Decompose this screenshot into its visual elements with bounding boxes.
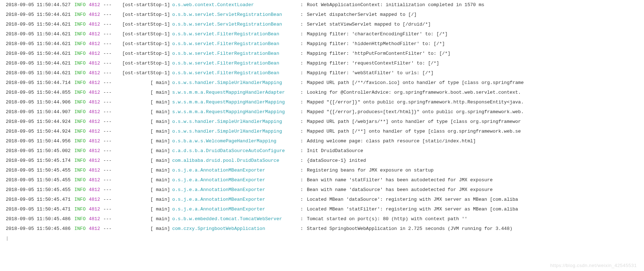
log-line: 2018-09-05 11:50:44.924INFO4812---[ main… [0,117,644,126]
log-line: 2018-09-05 11:50:45.002INFO4812---[ main… [0,146,644,156]
log-line: 2018-09-05 11:50:44.527INFO4812---[ost-s… [0,0,644,10]
log-pid: 4812 [89,136,103,146]
log-separator: --- [103,224,116,234]
log-level: INFO [74,49,89,58]
log-thread: [ost-startStop-1] [116,29,170,39]
log-level: INFO [74,204,89,214]
log-message: Bean with name 'dataSource' has been aut… [307,185,644,195]
log-pid: 4812 [89,224,103,234]
log-colon: : [300,146,307,156]
log-separator: --- [103,0,116,10]
log-message: Started SpringbootWebApplication in 2.72… [307,224,644,234]
log-message: Mapped URL path [/**/favicon.ico] onto h… [307,78,644,88]
log-pid: 4812 [89,19,103,29]
log-line: 2018-09-05 11:50:44.621INFO4812---[ost-s… [0,68,644,78]
log-thread: [ main] [116,185,170,195]
log-timestamp: 2018-09-05 11:50:45.455 [0,185,74,195]
log-level: INFO [74,0,89,10]
log-thread: [ main] [116,175,170,185]
log-level: INFO [74,136,89,146]
log-logger: o.s.j.e.a.AnnotationMBeanExporter [170,204,300,214]
log-pid: 4812 [89,195,103,204]
log-pid: 4812 [89,204,103,214]
console-log-output[interactable]: 2018-09-05 11:50:44.527INFO4812---[ost-s… [0,0,644,234]
log-separator: --- [103,136,116,146]
log-colon: : [300,214,307,224]
log-colon: : [300,39,307,49]
log-message: Mapped "{[/error],produces=[text/html]}"… [307,107,644,117]
log-logger: o.s.j.e.a.AnnotationMBeanExporter [170,195,300,204]
log-line: 2018-09-05 11:50:45.455INFO4812---[ main… [0,185,644,195]
log-level: INFO [74,97,89,107]
log-line: 2018-09-05 11:50:44.621INFO4812---[ost-s… [0,10,644,19]
log-pid: 4812 [89,97,103,107]
log-colon: : [300,117,307,126]
log-line: 2018-09-05 11:50:44.621INFO4812---[ost-s… [0,19,644,29]
log-message: Adding welcome page: class path resource… [307,136,644,146]
log-separator: --- [103,204,116,214]
log-message: Located MBean 'dataSource': registering … [307,195,644,204]
log-pid: 4812 [89,10,103,19]
log-timestamp: 2018-09-05 11:50:45.002 [0,146,74,156]
log-separator: --- [103,68,116,78]
log-pid: 4812 [89,156,103,165]
log-level: INFO [74,146,89,156]
log-thread: [ main] [116,107,170,117]
log-logger: s.w.s.m.m.a.RequestMappingHandlerAdapter [170,88,300,97]
log-colon: : [300,97,307,107]
log-timestamp: 2018-09-05 11:50:45.486 [0,214,74,224]
log-thread: [ main] [116,146,170,156]
log-separator: --- [103,156,116,165]
log-timestamp: 2018-09-05 11:50:44.855 [0,88,74,97]
log-separator: --- [103,10,116,19]
log-line: 2018-09-05 11:50:44.621INFO4812---[ost-s… [0,29,644,39]
log-separator: --- [103,146,116,156]
log-logger: o.s.b.w.servlet.FilterRegistrationBean [170,49,300,58]
log-thread: [ost-startStop-1] [116,49,170,58]
log-pid: 4812 [89,78,103,88]
log-separator: --- [103,185,116,195]
log-level: INFO [74,107,89,117]
log-logger: o.s.j.e.a.AnnotationMBeanExporter [170,185,300,195]
log-timestamp: 2018-09-05 11:50:44.527 [0,0,74,10]
log-message: Mapping filter: 'httpPutFormContentFilte… [307,49,644,58]
log-timestamp: 2018-09-05 11:50:45.471 [0,204,74,214]
log-timestamp: 2018-09-05 11:50:44.621 [0,68,74,78]
log-level: INFO [74,214,89,224]
log-level: INFO [74,58,89,68]
log-logger: com.alibaba.druid.pool.DruidDataSource [170,156,300,165]
log-pid: 4812 [89,58,103,68]
log-message: Servlet statViewServlet mapped to [/drui… [307,19,644,29]
log-colon: : [300,29,307,39]
log-colon: : [300,88,307,97]
log-colon: : [300,49,307,58]
log-colon: : [300,156,307,165]
log-level: INFO [74,185,89,195]
log-line: 2018-09-05 11:50:44.621INFO4812---[ost-s… [0,58,644,68]
log-separator: --- [103,97,116,107]
log-logger: com.czxy.SpringbootWebApplication [170,224,300,234]
log-pid: 4812 [89,29,103,39]
log-logger: o.s.b.w.servlet.FilterRegistrationBean [170,29,300,39]
log-logger: c.a.d.s.b.a.DruidDataSourceAutoConfigure [170,146,300,156]
log-level: INFO [74,156,89,165]
log-message: Registering beans for JMX exposure on st… [307,165,644,175]
log-message: Mapping filter: 'hiddenHttpMethodFilter'… [307,39,644,49]
log-separator: --- [103,195,116,204]
log-pid: 4812 [89,185,103,195]
log-separator: --- [103,58,116,68]
log-thread: [ main] [116,204,170,214]
log-line: 2018-09-05 11:50:44.924INFO4812---[ main… [0,126,644,136]
log-colon: : [300,136,307,146]
log-level: INFO [74,195,89,204]
log-logger: o.s.j.e.a.AnnotationMBeanExporter [170,165,300,175]
log-timestamp: 2018-09-05 11:50:44.621 [0,29,74,39]
log-timestamp: 2018-09-05 11:50:44.907 [0,107,74,117]
log-line: 2018-09-05 11:50:44.621INFO4812---[ost-s… [0,39,644,49]
log-logger: o.s.j.e.a.AnnotationMBeanExporter [170,175,300,185]
log-thread: [ main] [116,126,170,136]
log-thread: [ost-startStop-1] [116,68,170,78]
log-message: Mapped URL path [/webjars/**] onto handl… [307,117,644,126]
log-thread: [ost-startStop-1] [116,10,170,19]
log-colon: : [300,175,307,185]
